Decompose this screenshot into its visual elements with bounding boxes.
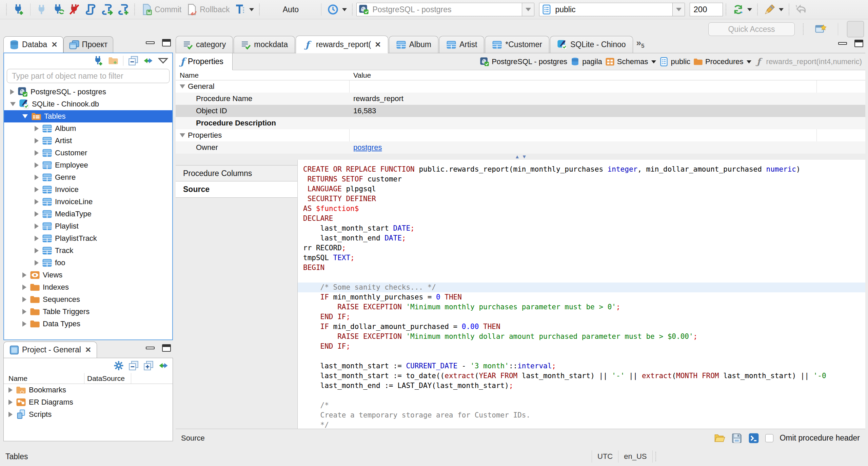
- column-header-value[interactable]: Value: [349, 71, 371, 79]
- dropdown-caret-icon[interactable]: [747, 60, 751, 63]
- new-folder-icon[interactable]: [108, 56, 118, 66]
- expand-arrow-icon[interactable]: [35, 126, 39, 131]
- active-connection-combo[interactable]: PostgreSQL - postgres: [356, 3, 534, 16]
- refresh-button[interactable]: [730, 2, 754, 17]
- expand-arrow-icon[interactable]: [35, 211, 39, 217]
- expand-arrow-icon[interactable]: [35, 260, 39, 266]
- breadcrumb-schemas[interactable]: Schemas: [605, 57, 656, 66]
- expand-all-icon[interactable]: [143, 361, 154, 371]
- transaction-history-button[interactable]: [325, 2, 349, 17]
- tree-item-sequences[interactable]: Sequences: [4, 293, 172, 306]
- gear-icon[interactable]: [114, 361, 124, 371]
- expand-arrow-icon[interactable]: [35, 248, 39, 253]
- expand-arrow-icon[interactable]: [35, 150, 39, 156]
- breadcrumb-postgresql-postgres[interactable]: PostgreSQL - postgres: [480, 57, 567, 66]
- dropdown-caret-icon[interactable]: [651, 60, 656, 63]
- breadcrumb-public[interactable]: public: [659, 57, 690, 66]
- tree-item-table-triggers[interactable]: Table Triggers: [4, 306, 172, 318]
- tree-item-indexes[interactable]: Indexes: [4, 281, 172, 293]
- tab-overflow-chevron[interactable]: »5: [636, 38, 645, 50]
- connection-combo-dropdown[interactable]: [522, 3, 534, 16]
- expand-arrow-icon[interactable]: [8, 400, 13, 405]
- tree-item-genre[interactable]: Genre: [4, 171, 172, 183]
- close-view-icon[interactable]: ✕: [85, 346, 91, 354]
- breadcrumb-procedures[interactable]: Procedures: [693, 57, 751, 66]
- expand-arrow-icon[interactable]: [35, 187, 39, 192]
- object-filter-input[interactable]: [7, 69, 170, 83]
- expand-arrow-icon[interactable]: [22, 272, 26, 278]
- sql-console-button[interactable]: [99, 2, 115, 17]
- back-button[interactable]: [793, 2, 809, 17]
- editor-page-tab-procedure-columns[interactable]: ƒProcedure Columns: [176, 165, 297, 181]
- expand-arrow-icon[interactable]: [35, 224, 39, 229]
- tree-item-data-types[interactable]: Data Types: [4, 318, 172, 330]
- editor-tab-category[interactable]: category: [176, 36, 233, 53]
- new-sql-editor-button[interactable]: [115, 2, 132, 17]
- connect-button[interactable]: [34, 2, 50, 17]
- omit-procedure-header-checkbox[interactable]: [765, 434, 773, 442]
- active-schema-combo[interactable]: public: [539, 3, 685, 16]
- sql-editor-button[interactable]: [83, 2, 99, 17]
- maximize-editor-button[interactable]: [854, 40, 863, 47]
- project-item-er-diagrams[interactable]: ER Diagrams: [4, 396, 173, 408]
- column-header-datasource[interactable]: DataSource: [84, 373, 131, 384]
- expand-arrow-icon[interactable]: [22, 309, 26, 314]
- expand-arrow-icon[interactable]: [35, 175, 39, 180]
- quick-access-input[interactable]: [708, 22, 795, 36]
- tree-item-playlisttrack[interactable]: PlaylistTrack: [4, 232, 172, 245]
- tree-item-artist[interactable]: Artist: [4, 135, 172, 147]
- tree-item-playlist[interactable]: Playlist: [4, 220, 172, 232]
- expand-arrow-icon[interactable]: [22, 321, 26, 327]
- dbeaver-perspective-button[interactable]: [847, 21, 864, 37]
- expand-arrow-icon[interactable]: [35, 138, 39, 143]
- close-view-icon[interactable]: ✕: [51, 40, 57, 49]
- property-row-owner[interactable]: Ownerpostgres: [176, 141, 865, 154]
- open-perspective-button[interactable]: [813, 22, 829, 36]
- tree-item-tables[interactable]: Tables: [4, 110, 172, 122]
- column-header-name[interactable]: Name: [176, 71, 349, 79]
- property-row-properties[interactable]: Properties: [176, 129, 865, 141]
- property-row-object-id[interactable]: Object ID16,583: [176, 105, 865, 117]
- collapse-all-icon[interactable]: [129, 361, 139, 371]
- tree-item-postgresql-postgres[interactable]: PostgreSQL - postgres: [4, 86, 172, 98]
- tree-item-sqlite-chinook-db[interactable]: SQLite - Chinook.db: [4, 98, 172, 110]
- fetch-size-input[interactable]: [690, 3, 723, 16]
- collapse-arrow-icon[interactable]: [180, 84, 185, 89]
- editor-page-tab-source[interactable]: ‹›TSource: [176, 181, 297, 198]
- editor-tab-sqlite-chinoo[interactable]: SQLite - Chinoo: [550, 36, 633, 53]
- editor-tab-rewards-report[interactable]: ƒrewards_report(✕: [296, 36, 388, 53]
- property-value-link[interactable]: postgres: [353, 143, 382, 152]
- expand-arrow-icon[interactable]: [8, 387, 13, 393]
- expand-arrow-icon[interactable]: [22, 285, 26, 290]
- open-file-icon[interactable]: [714, 433, 725, 444]
- sash-up-icon[interactable]: ▲: [515, 154, 520, 160]
- view-menu-icon[interactable]: [158, 56, 168, 66]
- editor-tab-customer[interactable]: *Customer: [485, 36, 549, 53]
- column-header-name[interactable]: Name: [4, 373, 84, 384]
- collapse-arrow-icon[interactable]: [180, 133, 185, 137]
- save-file-icon[interactable]: [731, 433, 742, 444]
- tree-item-track[interactable]: Track: [4, 245, 172, 257]
- project-item-scripts[interactable]: Scripts: [4, 408, 173, 421]
- tree-item-album[interactable]: Album: [4, 122, 172, 135]
- collapse-all-icon[interactable]: [128, 56, 138, 66]
- tab-database-navigator[interactable]: Databa ✕: [3, 36, 63, 53]
- commit-mode-button[interactable]: Auto: [263, 5, 318, 14]
- schema-combo-dropdown[interactable]: [672, 3, 685, 16]
- status-locale[interactable]: en_US: [618, 450, 652, 463]
- link-with-editor-icon[interactable]: [143, 56, 153, 66]
- transaction-log-button[interactable]: [232, 2, 256, 17]
- link-with-editor-icon[interactable]: [158, 361, 169, 371]
- reconnect-button[interactable]: [50, 2, 66, 17]
- tab-project-general[interactable]: Project - General ✕: [3, 342, 97, 358]
- breadcrumb-pagila[interactable]: pagila: [570, 57, 602, 66]
- maximize-view-button[interactable]: [162, 344, 171, 352]
- disconnect-button[interactable]: [66, 2, 83, 17]
- maximize-view-button[interactable]: [162, 39, 171, 46]
- source-code-editor[interactable]: CREATE OR REPLACE FUNCTION public.reward…: [298, 160, 865, 429]
- tab-projects[interactable]: Проект: [63, 36, 114, 53]
- commit-button[interactable]: Commit: [139, 2, 184, 17]
- collapse-arrow-icon[interactable]: [10, 102, 16, 106]
- property-row-procedure-name[interactable]: Procedure Namerewards_report: [176, 93, 865, 105]
- expand-arrow-icon[interactable]: [22, 297, 26, 302]
